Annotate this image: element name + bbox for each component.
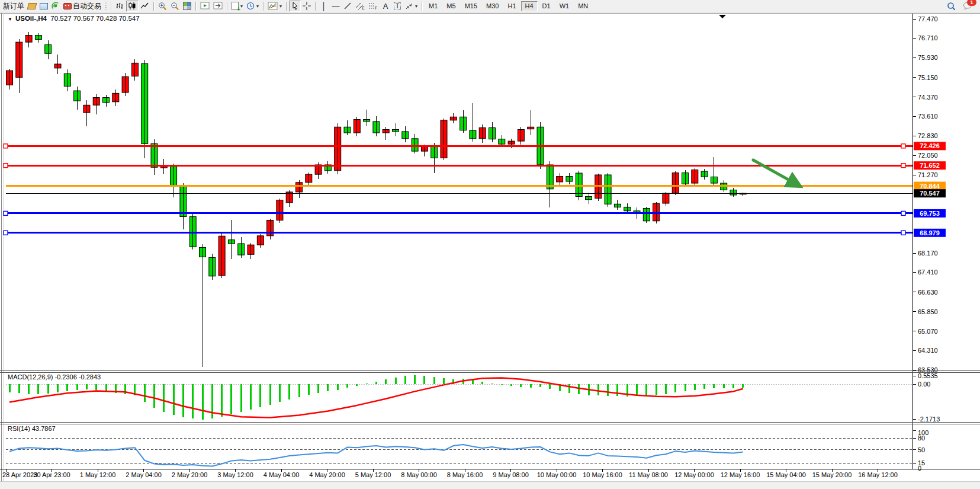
svg-text:73.610: 73.610 <box>918 113 938 120</box>
timeframe-M1[interactable]: M1 <box>425 1 442 11</box>
svg-text:72.830: 72.830 <box>918 132 938 139</box>
svg-text:64.310: 64.310 <box>918 347 938 354</box>
bar-chart-icon <box>115 2 124 10</box>
channel-button[interactable]: E <box>354 1 367 12</box>
cursor-icon <box>291 2 299 10</box>
svg-text:66.630: 66.630 <box>918 289 938 296</box>
svg-text:65.850: 65.850 <box>918 308 938 315</box>
timeframe-M30[interactable]: M30 <box>482 1 503 11</box>
rsi-indicator-label: RSI(14) 43.7867 <box>8 425 56 432</box>
line-chart-button[interactable] <box>139 1 151 12</box>
notification-badge: 1 <box>967 0 976 6</box>
chat-button[interactable]: 1 <box>961 1 974 12</box>
chart-plot-area[interactable]: 72.42671.65270.84470.54769.75368.97977.4… <box>0 0 980 489</box>
fibonacci-button[interactable]: F <box>367 1 380 12</box>
svg-text:0.5535: 0.5535 <box>918 372 938 379</box>
chart-ohlc-values: 70.527 70.567 70.428 70.547 <box>50 15 139 22</box>
symbol-dropdown-icon[interactable]: ▼ <box>8 17 12 22</box>
bar-chart-button[interactable] <box>114 1 126 12</box>
zoom-out-button[interactable] <box>169 1 181 12</box>
svg-text:70.844: 70.844 <box>920 183 940 190</box>
line-handle[interactable] <box>901 164 905 168</box>
chevron-down-icon: ▾ <box>256 4 259 9</box>
arrow-objects-icon <box>405 2 413 10</box>
svg-text:75.150: 75.150 <box>918 74 938 81</box>
svg-text:2 May 04:00: 2 May 04:00 <box>126 471 162 478</box>
new-order-button[interactable]: 新订单 <box>1 1 26 12</box>
zoom-in-button[interactable] <box>156 1 169 12</box>
arrows-button[interactable]: ▾ <box>403 1 419 12</box>
svg-text:15 May 04:00: 15 May 04:00 <box>766 471 806 478</box>
text-button[interactable]: A <box>380 1 391 12</box>
svg-text:4 May 20:00: 4 May 20:00 <box>309 471 345 478</box>
svg-text:0: 0 <box>918 465 921 472</box>
svg-text:50: 50 <box>918 446 925 453</box>
svg-text:30 Apr 23:00: 30 Apr 23:00 <box>33 471 70 478</box>
svg-text:12 May 00:00: 12 May 00:00 <box>674 471 714 478</box>
svg-text:15 May 20:00: 15 May 20:00 <box>812 471 852 478</box>
svg-text:8 May 16:00: 8 May 16:00 <box>447 471 483 478</box>
trendline-icon <box>343 2 352 10</box>
timeframe-H4[interactable]: H4 <box>521 1 538 11</box>
line-handle[interactable] <box>901 231 905 235</box>
timeframe-W1[interactable]: W1 <box>555 1 574 11</box>
metaeditor-button[interactable] <box>26 1 38 12</box>
autotrading-button[interactable]: 自动交易 <box>62 1 103 12</box>
zoom-in-icon <box>158 2 167 11</box>
svg-text:9 May 08:00: 9 May 08:00 <box>493 471 529 478</box>
status-bar <box>0 481 980 489</box>
horizontal-line-icon: — <box>332 2 340 11</box>
profiles-button[interactable]: ▾ <box>245 1 261 12</box>
svg-text:68.170: 68.170 <box>918 250 938 257</box>
toolbar: 新订单 自动交易 ▾ ▾ ▾ <box>0 0 980 12</box>
chart-window-icon <box>40 3 48 9</box>
line-handle[interactable] <box>4 231 8 235</box>
indicators-icon <box>268 2 278 10</box>
chart-shift-button[interactable] <box>211 1 224 12</box>
line-handle[interactable] <box>4 211 8 215</box>
trendline-button[interactable] <box>342 1 354 12</box>
signals-button[interactable] <box>50 1 62 12</box>
timeframe-MN[interactable]: MN <box>574 1 592 11</box>
timeframe-M15[interactable]: M15 <box>461 1 481 11</box>
svg-text:E: E <box>362 6 365 10</box>
chart-symbol-period: USOil-,H4 <box>15 15 47 22</box>
svg-text:11 May 08:00: 11 May 08:00 <box>629 471 668 478</box>
svg-text:71.270: 71.270 <box>918 171 938 178</box>
line-handle[interactable] <box>4 164 8 168</box>
svg-text:68.979: 68.979 <box>920 229 940 236</box>
svg-text:65.070: 65.070 <box>918 328 938 335</box>
fibonacci-icon: F <box>368 2 378 10</box>
timeframe-M5[interactable]: M5 <box>442 1 460 11</box>
market-watch-button[interactable] <box>38 1 50 12</box>
auto-scroll-button[interactable] <box>198 1 211 12</box>
search-button[interactable] <box>945 1 957 12</box>
svg-text:72.050: 72.050 <box>918 152 938 159</box>
line-handle[interactable] <box>4 144 8 148</box>
new-chart-button[interactable]: ▾ <box>230 1 245 12</box>
auto-scroll-icon <box>200 2 210 10</box>
chart-shift-icon <box>213 2 223 10</box>
svg-text:1 May 12:00: 1 May 12:00 <box>80 471 116 478</box>
svg-text:8 May 00:00: 8 May 00:00 <box>401 471 437 478</box>
macd-indicator-label: MACD(12,26,9) -0.2306 -0.2843 <box>8 373 101 381</box>
line-handle[interactable] <box>901 144 905 148</box>
tile-windows-button[interactable] <box>181 1 193 12</box>
crosshair-button[interactable] <box>301 1 313 12</box>
timeframe-H1[interactable]: H1 <box>503 1 520 11</box>
indicators-button[interactable]: ▾ <box>266 1 284 12</box>
cursor-button[interactable] <box>289 1 301 12</box>
candlestick-chart-button[interactable] <box>126 1 139 12</box>
chevron-down-icon: ▾ <box>415 4 417 9</box>
text-label-icon: T <box>394 2 401 10</box>
vertical-line-button[interactable]: │ <box>318 1 330 12</box>
text-label-button[interactable]: T <box>391 1 403 12</box>
crosshair-icon <box>303 2 311 10</box>
horizontal-line-button[interactable]: — <box>330 1 342 12</box>
svg-text:69.753: 69.753 <box>920 210 940 217</box>
svg-text:F: F <box>375 6 377 10</box>
search-icon <box>947 2 956 11</box>
svg-text:77.470: 77.470 <box>918 15 938 23</box>
line-handle[interactable] <box>901 211 905 215</box>
timeframe-D1[interactable]: D1 <box>538 1 555 11</box>
